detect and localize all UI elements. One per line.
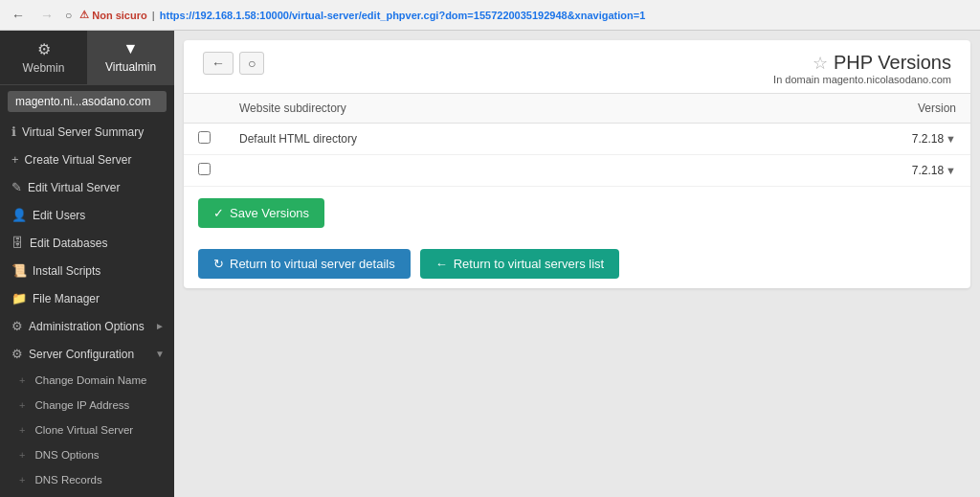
row-check-cell bbox=[184, 124, 225, 155]
panel-title: ☆ PHP Versions bbox=[773, 52, 951, 74]
sidebar-item-create-virtual-server[interactable]: + Create Virtual Server bbox=[0, 146, 174, 173]
back-panel-button[interactable]: ← bbox=[203, 52, 234, 75]
sidebar-label: Virtual Server Summary bbox=[22, 125, 144, 139]
sidebar-item-change-domain-name[interactable]: Change Domain Name bbox=[0, 368, 174, 393]
sidebar: ⚙ Webmin ▼ Virtualmin ℹ Virtual Server S… bbox=[0, 31, 174, 497]
security-badge: ⚠ Non sicuro | https://192.168.1.58:1000… bbox=[79, 9, 645, 21]
sidebar-item-install-scripts[interactable]: 📜 Install Scripts bbox=[0, 257, 174, 284]
virtualmin-icon: ▼ bbox=[123, 40, 139, 57]
row-checkbox[interactable] bbox=[198, 131, 211, 144]
table-row: Default HTML directory 7.2.18 ▼ bbox=[184, 124, 970, 155]
browser-bar: ← → ○ ⚠ Non sicuro | https://192.168.1.5… bbox=[0, 0, 980, 31]
sidebar-label: Change IP Address bbox=[34, 399, 129, 411]
user-icon: 👤 bbox=[11, 208, 27, 222]
subtitle-prefix: In domain bbox=[773, 74, 819, 85]
url-display: https://192.168.1.58:10000/virtual-serve… bbox=[160, 10, 646, 21]
sidebar-item-change-ip-address[interactable]: Change IP Address bbox=[0, 393, 174, 418]
row-label: Default HTML directory bbox=[225, 124, 723, 155]
forward-button[interactable]: → bbox=[36, 6, 57, 25]
sidebar-item-virtual-server-summary[interactable]: ℹ Virtual Server Summary bbox=[0, 118, 174, 146]
sidebar-label: File Manager bbox=[33, 292, 100, 305]
version-value: 7.2.18 bbox=[912, 164, 944, 177]
virtualmin-tab[interactable]: ▼ Virtualmin bbox=[87, 31, 174, 84]
warning-icon: ⚠ bbox=[79, 9, 89, 21]
folder-icon: 📁 bbox=[11, 291, 27, 305]
sidebar-label: Server Configuration bbox=[29, 348, 134, 361]
sidebar-item-file-manager[interactable]: 📁 File Manager bbox=[0, 284, 174, 312]
versions-table: Website subdirectory Version Default HTM… bbox=[184, 93, 970, 187]
sidebar-label: DNS Options bbox=[34, 449, 99, 461]
sidebar-label: Edit Users bbox=[33, 209, 85, 222]
sidebar-label: DNS Records bbox=[34, 474, 101, 486]
return-details-icon: ↻ bbox=[213, 257, 224, 271]
sidebar-label: Create Virtual Server bbox=[25, 153, 132, 167]
sidebar-item-edit-virtual-server[interactable]: ✎ Edit Virtual Server bbox=[0, 173, 174, 201]
check-icon: ✓ bbox=[213, 206, 224, 220]
action-buttons: ↻ Return to virtual server details ← Ret… bbox=[184, 239, 970, 288]
main-content: ← ○ ☆ PHP Versions In domain magento.nic… bbox=[174, 31, 980, 497]
back-button[interactable]: ← bbox=[8, 6, 29, 25]
info-icon: ℹ bbox=[11, 124, 16, 139]
sidebar-label: Clone Virtual Server bbox=[34, 424, 133, 436]
config-icon: ⚙ bbox=[11, 347, 23, 361]
col-subdirectory: Website subdirectory bbox=[225, 94, 723, 124]
arrow-icon: ▼ bbox=[155, 349, 165, 359]
sidebar-item-dns-records[interactable]: DNS Records bbox=[0, 467, 174, 492]
row-checkbox[interactable] bbox=[198, 163, 211, 175]
security-label: Non sicuro bbox=[92, 10, 146, 21]
edit-icon: ✎ bbox=[11, 180, 22, 194]
return-details-button[interactable]: ↻ Return to virtual server details bbox=[198, 249, 411, 279]
sidebar-item-administration-options[interactable]: ⚙ Administration Options ► bbox=[0, 312, 174, 340]
row-version-cell: 7.2.18 ▼ bbox=[723, 155, 970, 187]
version-select: 7.2.18 ▼ bbox=[737, 164, 956, 177]
sidebar-item-clone-virtual-server[interactable]: Clone Virtual Server bbox=[0, 418, 174, 442]
webmin-tab[interactable]: ⚙ Webmin bbox=[0, 31, 87, 84]
sidebar-search-input[interactable] bbox=[8, 91, 167, 112]
save-versions-button[interactable]: ✓ Save Versions bbox=[198, 198, 324, 228]
database-icon: 🗄 bbox=[11, 236, 24, 250]
version-dropdown-arrow[interactable]: ▼ bbox=[946, 133, 956, 145]
scripts-icon: 📜 bbox=[11, 263, 27, 278]
sidebar-label: Edit Virtual Server bbox=[28, 181, 121, 194]
sidebar-label: Edit Databases bbox=[30, 237, 107, 250]
version-select: 7.2.18 ▼ bbox=[737, 132, 956, 146]
separator: | bbox=[152, 10, 155, 21]
panel-subtitle: In domain magento.nicolasodano.com bbox=[773, 74, 951, 85]
sidebar-item-server-configuration[interactable]: ⚙ Server Configuration ▼ bbox=[0, 340, 174, 368]
webmin-label: Webmin bbox=[23, 61, 65, 75]
panel-header: ← ○ ☆ PHP Versions In domain magento.nic… bbox=[184, 40, 970, 93]
sidebar-label: Change Domain Name bbox=[34, 374, 146, 386]
sidebar-item-dns-options[interactable]: DNS Options bbox=[0, 442, 174, 467]
sidebar-item-edit-proxy-website[interactable]: Edit Proxy Website bbox=[0, 492, 174, 497]
sidebar-label: Install Scripts bbox=[33, 264, 100, 278]
panel-title-text: PHP Versions bbox=[834, 52, 951, 74]
panel-nav: ← ○ bbox=[203, 52, 264, 75]
row-check-cell bbox=[184, 155, 225, 187]
return-list-label: Return to virtual servers list bbox=[454, 257, 605, 271]
version-value: 7.2.18 bbox=[912, 132, 944, 146]
subtitle-domain: magento.nicolasodano.com bbox=[822, 74, 951, 85]
admin-icon: ⚙ bbox=[11, 319, 23, 333]
star-icon: ☆ bbox=[813, 53, 828, 74]
sidebar-search-container bbox=[0, 85, 174, 118]
sidebar-header: ⚙ Webmin ▼ Virtualmin bbox=[0, 31, 174, 85]
arrow-icon: ► bbox=[155, 321, 165, 331]
col-version: Version bbox=[723, 94, 970, 124]
return-list-button[interactable]: ← Return to virtual servers list bbox=[420, 249, 620, 279]
table-row: 7.2.18 ▼ bbox=[184, 155, 970, 187]
version-dropdown-arrow[interactable]: ▼ bbox=[946, 165, 956, 176]
reload-button[interactable]: ○ bbox=[65, 9, 72, 22]
plus-icon: + bbox=[11, 152, 19, 167]
save-label: Save Versions bbox=[230, 206, 309, 220]
content-panel: ← ○ ☆ PHP Versions In domain magento.nic… bbox=[184, 40, 970, 288]
sidebar-item-edit-users[interactable]: 👤 Edit Users bbox=[0, 201, 174, 229]
col-check bbox=[184, 94, 225, 124]
sidebar-label: Administration Options bbox=[29, 320, 145, 333]
row-label bbox=[225, 155, 723, 187]
return-details-label: Return to virtual server details bbox=[230, 257, 395, 271]
return-list-icon: ← bbox=[435, 257, 448, 271]
sidebar-item-edit-databases[interactable]: 🗄 Edit Databases bbox=[0, 229, 174, 257]
panel-title-section: ☆ PHP Versions In domain magento.nicolas… bbox=[773, 52, 951, 85]
refresh-panel-button[interactable]: ○ bbox=[239, 52, 264, 75]
row-version-cell: 7.2.18 ▼ bbox=[723, 124, 970, 155]
